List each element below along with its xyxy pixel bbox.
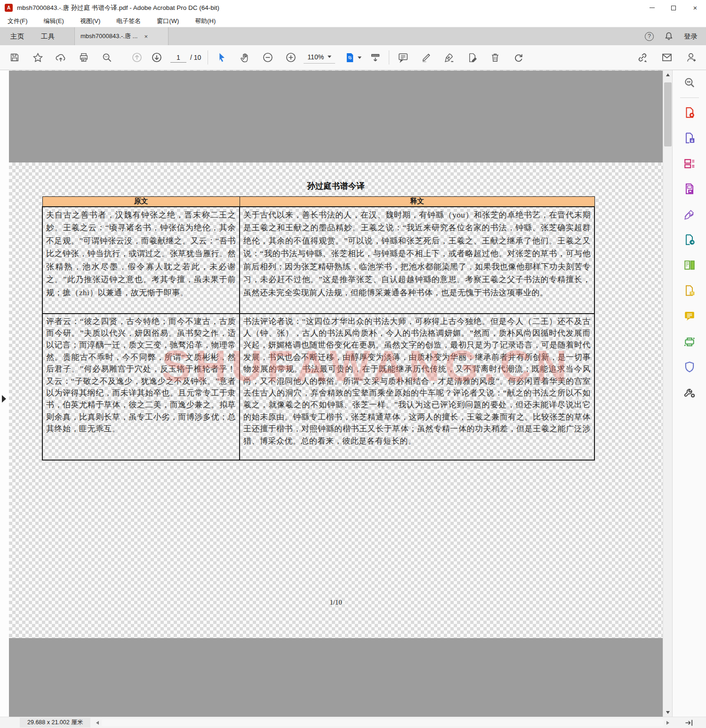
table-row: 夫自古之善书者，汉魏有钟张之绝，晋末称二王之妙。王羲之云：“顷寻诸名书，钟张信为… [42,207,594,314]
column-header-translation: 释文 [240,197,594,207]
menu-esign[interactable]: 电子签名 [114,16,143,26]
scroll-up-icon[interactable] [663,70,673,79]
print-icon[interactable] [77,49,91,66]
zoom-in-icon[interactable] [284,49,298,66]
tab-bar: 主页 工具 mbsh7000843.-.唐 ... × ? 登录 [0,27,706,45]
edit-pdf-icon[interactable] [682,258,697,272]
highlight-tool-icon[interactable] [419,49,433,66]
acrobat-window: A mbsh7000843.-.唐 孙过庭 书谱今译.pdf - Adobe A… [0,0,706,728]
site-watermark: SHUFAWANG.CN [96,341,637,398]
page-number-input[interactable] [170,52,186,63]
more-tools-icon[interactable] [682,385,697,399]
main-toolbar: / 10 110% [0,45,706,70]
search-icon[interactable] [100,49,114,66]
search-tools-icon[interactable] [682,76,697,90]
organize-pages-icon[interactable] [465,49,479,66]
create-pdf-icon[interactable] [682,105,697,120]
help-icon[interactable]: ? [645,32,654,41]
tab-home[interactable]: 主页 [4,28,31,45]
fit-width-icon[interactable] [368,49,382,66]
document-area: 孙过庭书谱今译 原文 释文 夫自古之善书者，汉魏有钟张之绝，晋末称二王之妙。王羲… [0,70,706,717]
share-person-icon[interactable] [684,49,698,66]
page-footer-image [9,638,663,717]
translation-table: 原文 释文 夫自古之善书者，汉魏有钟张之绝，晋末称二王之妙。王羲之云：“顷寻诸名… [42,196,595,461]
document-tab-label: mbsh7000843.-.唐 ... [80,32,137,40]
horizontal-scroll-track[interactable] [102,720,664,726]
open-right-panel-icon[interactable] [672,718,706,728]
rotate-icon[interactable] [511,49,525,66]
save-icon[interactable] [8,49,22,66]
delete-pages-icon[interactable] [488,49,502,66]
translation-text-1: 关于古代以来，善长书法的人，在汉、魏时期，有钟繇（you）和张芝的卓绝书艺，在晋… [243,209,591,313]
vertical-scroll-thumb[interactable] [664,82,672,146]
sign-tool-icon[interactable] [442,49,456,66]
page-indicator: 1/10 [9,599,663,607]
menu-bar: 文件(F) 编辑(E) 视图(V) 电子签名 窗口(W) 帮助(H) [0,16,706,27]
menu-window[interactable]: 窗口(W) [155,16,181,26]
cloud-upload-icon[interactable] [54,49,68,66]
chevron-down-icon [328,56,331,58]
comment-tool-icon[interactable] [396,49,410,66]
pdf-page-viewport[interactable]: 孙过庭书谱今译 原文 释文 夫自古之善书者，汉魏有钟张之绝，晋末称二王之妙。王羲… [9,70,663,717]
previous-page-icon[interactable] [130,49,144,66]
notification-bell-icon[interactable] [664,32,674,41]
status-bar: 29.688 x 21.002 厘米 [0,717,706,728]
zoom-out-icon[interactable] [261,49,275,66]
title-bar: A mbsh7000843.-.唐 孙过庭 书谱今译.pdf - Adobe A… [0,0,706,16]
next-page-icon[interactable] [150,49,164,66]
scroll-down-icon[interactable] [663,708,673,717]
protect-icon[interactable] [682,360,697,374]
acrobat-logo-icon: A [5,4,13,12]
comment-tool-sidebar-icon[interactable] [682,309,697,323]
zoom-level-value: 110% [307,53,324,61]
left-panel-toggle-icon[interactable] [2,395,6,403]
hand-tool-icon[interactable] [238,49,252,66]
send-review-icon[interactable] [682,233,697,247]
zoom-level-dropdown[interactable]: 110% [304,52,335,64]
pdf-document-title: 孙过庭书谱今译 [9,180,663,192]
page-size-label: 29.688 x 21.002 厘米 [20,718,90,728]
tab-document[interactable]: mbsh7000843.-.唐 ... × [74,27,168,45]
menu-file[interactable]: 文件(F) [6,16,30,26]
star-favorite-icon[interactable] [31,49,45,66]
tab-tools[interactable]: 工具 [34,28,61,45]
menu-help[interactable]: 帮助(H) [193,16,217,26]
tab-close-icon[interactable]: × [144,33,148,40]
email-icon[interactable] [660,49,674,66]
menu-view[interactable]: 视图(V) [78,16,102,26]
pdf-to-excel-icon[interactable] [682,182,697,196]
scroll-left-icon[interactable] [93,721,102,725]
maximize-button[interactable] [663,0,684,16]
close-button[interactable]: × [684,0,706,16]
sign-in-button[interactable]: 登录 [684,32,698,41]
vertical-scrollbar[interactable] [663,70,672,717]
fill-sign-icon[interactable] [682,207,697,221]
tools-sidebar [672,70,706,717]
export-pdf-icon[interactable] [682,131,697,145]
menu-edit[interactable]: 编辑(E) [42,16,66,26]
organize-pages-tool-icon[interactable] [682,156,697,170]
page-header-image [9,71,663,162]
send-link-icon[interactable] [635,49,650,66]
left-panel-collapsed [0,70,9,717]
scroll-right-icon[interactable] [664,721,672,725]
minimize-button[interactable] [641,0,663,16]
combine-files-icon[interactable] [682,283,697,298]
page-fit-chevron-icon[interactable] [358,57,361,59]
page-fit-icon[interactable] [343,49,357,66]
page-total-label: / 10 [190,54,201,61]
scan-ocr-icon[interactable] [682,334,697,348]
select-tool-icon[interactable] [215,49,229,66]
original-text-1: 夫自古之善书者，汉魏有钟张之绝，晋末称二王之妙。王羲之云：“顷寻诸名书，钟张信为… [46,209,236,313]
window-title: mbsh7000843.-.唐 孙过庭 书谱今译.pdf - Adobe Acr… [17,4,219,12]
horizontal-scrollbar[interactable] [93,717,672,728]
column-header-original: 原文 [42,197,240,207]
